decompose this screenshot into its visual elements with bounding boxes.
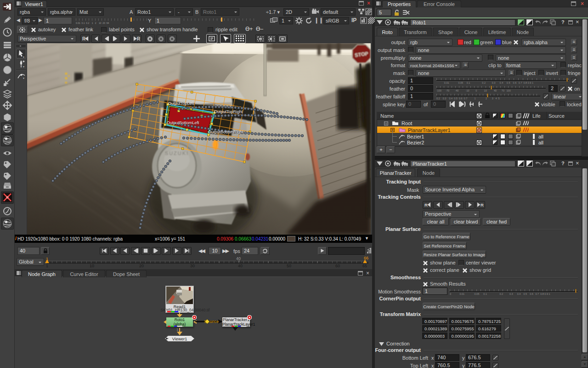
svg-text:R: R bbox=[481, 202, 484, 207]
svg-text:OutputBottomLeft: OutputBottomLeft bbox=[167, 121, 199, 125]
svg-text:Viewer1: Viewer1 bbox=[172, 337, 187, 341]
svg-text:OutputBottomRight: OutputBottomRight bbox=[208, 130, 243, 134]
svg-text:OutputTopRight: OutputTopRight bbox=[214, 109, 243, 114]
svg-text:R: R bbox=[424, 202, 428, 207]
svg-text:OutputTopLeft: OutputTopLeft bbox=[168, 101, 194, 106]
svg-text:R: R bbox=[137, 36, 140, 41]
svg-text:SUZUKI: SUZUKI bbox=[165, 150, 189, 156]
